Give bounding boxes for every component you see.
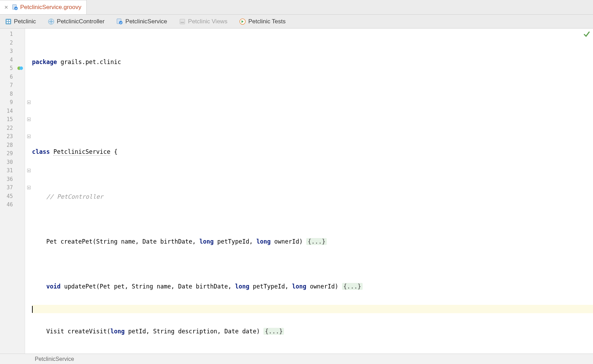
svg-rect-11 <box>181 22 184 23</box>
code-line[interactable] <box>32 215 593 224</box>
code-line[interactable] <box>32 103 593 111</box>
breadcrumb-item[interactable]: PetclinicService <box>35 356 74 362</box>
controller-icon <box>48 18 55 25</box>
svg-point-9 <box>119 21 122 24</box>
code-area[interactable]: package grails.pet.clinic class Petclini… <box>25 29 593 354</box>
code-line[interactable] <box>32 260 593 269</box>
nav-item-petclinic[interactable]: Petclinic <box>3 17 38 26</box>
gutter-line[interactable]: 5 <box>0 64 25 73</box>
gutter-line[interactable]: 23+ <box>0 132 25 141</box>
code-line[interactable]: class PetclinicService { <box>32 148 593 156</box>
gutter-line[interactable]: 29 <box>0 149 25 158</box>
svg-rect-10 <box>180 19 185 24</box>
code-line[interactable]: Pet createPet(String name, Date birthDat… <box>32 237 593 246</box>
folded-region[interactable]: {...} <box>263 328 284 335</box>
gutter-line[interactable]: 15+ <box>0 115 25 124</box>
nav-item-label: PetclinicController <box>57 18 104 25</box>
gutter-line[interactable]: 1 <box>0 30 25 39</box>
views-icon <box>179 18 186 25</box>
code-line[interactable]: void updatePet(Pet pet, String name, Dat… <box>32 282 593 291</box>
close-icon[interactable]: ✕ <box>3 5 10 10</box>
code-line[interactable] <box>32 125 593 134</box>
editor-tab-bar: ✕ PetclinicService.groovy <box>0 0 593 15</box>
gutter-line[interactable]: 28 <box>0 141 25 150</box>
code-line[interactable] <box>32 350 593 354</box>
gutter-line[interactable]: 7 <box>0 81 25 90</box>
code-line[interactable]: // PetController <box>32 192 593 201</box>
class-gutter-icon[interactable] <box>17 65 23 71</box>
tests-icon <box>239 18 246 25</box>
code-line[interactable]: Visit createVisit(long petId, String des… <box>32 327 593 336</box>
svg-rect-6 <box>9 22 10 23</box>
folded-region[interactable]: {...} <box>342 283 363 290</box>
gutter-line[interactable]: 4 <box>0 56 25 64</box>
svg-rect-2 <box>6 19 11 24</box>
gutter-line[interactable]: 8 <box>0 90 25 98</box>
svg-rect-3 <box>7 20 8 21</box>
domain-icon <box>5 18 12 25</box>
groovy-file-icon <box>12 4 18 10</box>
gutter-line[interactable]: 30 <box>0 158 25 167</box>
gutter-line[interactable]: 14 <box>0 107 25 116</box>
gutter-line[interactable]: 46 <box>0 200 25 209</box>
gutter-line[interactable]: 31+ <box>0 166 25 175</box>
breadcrumb[interactable]: PetclinicService <box>0 354 593 364</box>
nav-item-label: Petclinic Views <box>188 18 227 25</box>
gutter-line[interactable]: 22 <box>0 124 25 133</box>
tab-file-name: PetclinicService.groovy <box>20 4 81 11</box>
code-line[interactable] <box>32 80 593 89</box>
svg-rect-4 <box>9 20 10 21</box>
svg-point-1 <box>14 7 18 10</box>
editor-tab[interactable]: ✕ PetclinicService.groovy <box>0 0 87 14</box>
service-icon <box>116 18 123 25</box>
nav-item-label: Petclinic Tests <box>248 18 285 25</box>
gutter-line[interactable]: 2 <box>0 39 25 47</box>
svg-rect-5 <box>7 22 8 23</box>
gutter-line[interactable]: 37+ <box>0 183 25 192</box>
navigation-bar: Petclinic PetclinicController PetclinicS… <box>0 15 593 29</box>
folded-region[interactable]: {...} <box>306 238 327 245</box>
gutter-line[interactable]: 45 <box>0 192 25 201</box>
gutter: 1 2 3 4 5 6 7 8 9+ 14 15+ 22 23+ 28 29 3… <box>0 29 25 354</box>
inspection-ok-icon[interactable] <box>583 31 590 38</box>
code-line-current[interactable] <box>32 305 593 314</box>
gutter-line[interactable]: 3 <box>0 47 25 56</box>
nav-item-views[interactable]: Petclinic Views <box>177 17 229 26</box>
svg-point-14 <box>19 66 23 70</box>
nav-item-controller[interactable]: PetclinicController <box>46 17 106 26</box>
text-caret <box>32 306 33 313</box>
code-line[interactable]: package grails.pet.clinic <box>32 58 593 66</box>
gutter-line[interactable]: 6 <box>0 73 25 81</box>
code-line[interactable] <box>32 170 593 179</box>
gutter-line[interactable]: 9+ <box>0 98 25 107</box>
nav-item-label: Petclinic <box>14 18 36 25</box>
nav-item-tests[interactable]: Petclinic Tests <box>237 17 287 26</box>
gutter-line[interactable]: 36 <box>0 175 25 184</box>
editor: 1 2 3 4 5 6 7 8 9+ 14 15+ 22 23+ 28 29 3… <box>0 29 593 354</box>
nav-item-service[interactable]: PetclinicService <box>114 17 169 26</box>
nav-item-label: PetclinicService <box>125 18 167 25</box>
